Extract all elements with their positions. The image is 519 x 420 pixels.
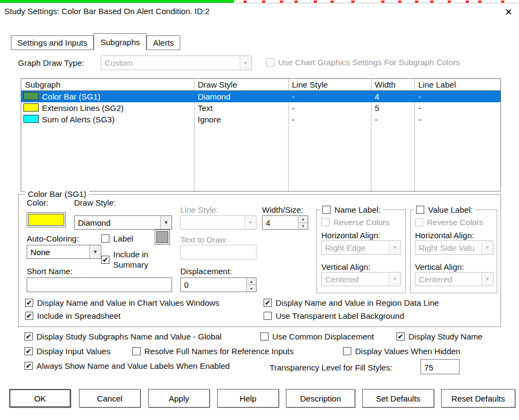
transparency-level-label: Transparency Level for Fill Styles: bbox=[270, 363, 392, 372]
always-show-labels-checkbox[interactable]: ✔ Always Show Name and Value Labels When… bbox=[25, 361, 230, 370]
group-title: Color Bar (SG1) bbox=[25, 189, 89, 199]
checkbox-box bbox=[264, 312, 272, 320]
display-chart-values-checkbox[interactable]: ✔ Display Name and Value in Chart Values… bbox=[25, 298, 219, 307]
line-style-value bbox=[181, 216, 245, 229]
vertical-align-label: Vertical Align: bbox=[321, 262, 370, 271]
value-horizontal-align-select: Right Side Valu ▼ bbox=[415, 240, 493, 255]
chevron-down-icon: ▼ bbox=[248, 220, 253, 225]
label-color-picker-button[interactable] bbox=[155, 230, 170, 245]
display-input-values-checkbox[interactable]: ✔ Display Input Values bbox=[25, 347, 111, 356]
vertical-align-label: Vertical Align: bbox=[415, 262, 464, 271]
table-row[interactable]: Sum of Alerts (SG3) Ignore - - - bbox=[21, 114, 500, 125]
chevron-down-icon: ▼ bbox=[393, 245, 398, 250]
display-study-name-checkbox[interactable]: ✔ Display Study Name bbox=[396, 332, 483, 341]
width-size-stepper[interactable]: 4 ▲ ▼ bbox=[262, 215, 308, 230]
checkbox-label: Reverse Colors bbox=[427, 218, 483, 227]
subgraphs-global-checkbox[interactable]: ✔ Display Study Subgraphs Name and Value… bbox=[25, 332, 222, 341]
tab-alerts[interactable]: Alerts bbox=[146, 35, 180, 50]
value-label-checkbox[interactable]: Value Label: bbox=[414, 205, 475, 214]
chevron-down-icon: ▼ bbox=[93, 249, 98, 255]
apply-button[interactable]: Apply bbox=[148, 389, 210, 407]
checkbox-label: Include in Summary bbox=[113, 249, 161, 270]
checkbox-label: Display Name and Value in Chart Values W… bbox=[37, 298, 219, 307]
cell-name: Extension Lines (SG2) bbox=[42, 103, 124, 113]
arrow-up-icon: ▲ bbox=[249, 280, 253, 283]
checkbox-label: Resolve Full Names for Reference Inputs bbox=[144, 347, 294, 356]
auto-coloring-label: Auto-Coloring: bbox=[27, 234, 79, 243]
label-checkbox[interactable]: Label bbox=[101, 234, 133, 243]
dropdown-button[interactable]: ▼ bbox=[89, 245, 101, 258]
checkbox-label: Use Transparent Label Background bbox=[276, 311, 404, 320]
column-header-line-label: Line Label bbox=[418, 80, 456, 89]
transparent-background-checkbox[interactable]: Use Transparent Label Background bbox=[264, 311, 404, 320]
checkbox-box: ✔ bbox=[25, 347, 33, 355]
horizontal-align-label: Horizontal Align: bbox=[321, 231, 380, 240]
column-header-width: Width bbox=[375, 80, 395, 89]
column-header-draw-style: Draw Style bbox=[198, 80, 237, 89]
help-button[interactable]: Help bbox=[217, 389, 279, 407]
column-header-line-style: Line Style bbox=[292, 80, 328, 89]
dropdown-button: ▼ bbox=[245, 216, 256, 229]
auto-coloring-value: None bbox=[27, 245, 89, 258]
close-button[interactable]: ✕ bbox=[505, 7, 512, 18]
displacement-value: 0 bbox=[181, 278, 246, 292]
table-row[interactable]: Color Bar (SG1) Diamond - 4 - bbox=[21, 91, 500, 102]
short-name-input[interactable] bbox=[27, 277, 172, 292]
tab-subgraphs[interactable]: Subgraphs bbox=[94, 33, 146, 50]
spin-up-button[interactable]: ▲ bbox=[247, 278, 256, 285]
dropdown-button: ▼ bbox=[481, 241, 493, 254]
include-spreadsheet-checkbox[interactable]: ✔ Include in Spreadsheet bbox=[25, 311, 120, 320]
chevron-down-icon: ▼ bbox=[243, 60, 248, 66]
arrow-up-icon: ▲ bbox=[301, 217, 305, 221]
transparency-level-input[interactable] bbox=[420, 359, 460, 374]
name-reverse-colors-checkbox: Reverse Colors bbox=[321, 218, 389, 227]
auto-coloring-select[interactable]: None ▼ bbox=[27, 245, 101, 259]
display-values-hidden-checkbox[interactable]: Display Values When Hidden bbox=[343, 347, 460, 356]
spin-up-button[interactable]: ▲ bbox=[298, 216, 308, 223]
displacement-stepper[interactable]: 0 ▲ ▼ bbox=[180, 277, 257, 292]
checkbox-label: Use Chart Graphics Settings For Subgraph… bbox=[278, 58, 460, 67]
line-style-label: Line Style: bbox=[180, 205, 218, 214]
spin-down-button[interactable]: ▼ bbox=[298, 223, 308, 230]
draw-style-select[interactable]: Diamond ▼ bbox=[74, 215, 172, 230]
resolve-full-names-checkbox[interactable]: Resolve Full Names for Reference Inputs bbox=[132, 347, 294, 356]
checkbox-box: ✔ bbox=[101, 256, 109, 264]
checkbox-box: ✔ bbox=[25, 312, 33, 320]
include-in-summary-checkbox[interactable]: ✔ Include in Summary bbox=[101, 249, 161, 270]
table-row[interactable]: Extension Lines (SG2) Text - 5 - bbox=[21, 102, 500, 114]
horizontal-align-label: Horizontal Align: bbox=[415, 231, 474, 240]
checkbox-box bbox=[266, 58, 274, 66]
color-picker-button[interactable] bbox=[27, 212, 66, 227]
checkbox-label: Value Label: bbox=[428, 205, 473, 214]
reset-defaults-button[interactable]: Reset Defaults bbox=[441, 389, 515, 407]
set-defaults-button[interactable]: Set Defaults bbox=[362, 389, 434, 407]
checkmark-icon: ✔ bbox=[398, 332, 404, 341]
short-name-label: Short Name: bbox=[27, 267, 72, 276]
dropdown-button[interactable]: ▼ bbox=[160, 216, 172, 229]
checkbox-label: Display Study Subgraphs Name and Value -… bbox=[36, 332, 222, 341]
chevron-down-icon: ▼ bbox=[164, 220, 169, 225]
dropdown-button: ▼ bbox=[389, 241, 400, 254]
tab-settings-and-inputs[interactable]: Settings and Inputs bbox=[11, 35, 94, 50]
description-button[interactable]: Description bbox=[286, 389, 355, 407]
ok-button[interactable]: OK bbox=[9, 389, 71, 407]
subgraph-settings-group: Color Bar (SG1) Color: Draw Style: Line … bbox=[18, 194, 501, 327]
label-color-fill bbox=[156, 231, 168, 243]
cell-draw-style: Ignore bbox=[198, 115, 221, 124]
name-label-checkbox[interactable]: Name Label: bbox=[320, 205, 383, 214]
subgraph-color-swatch bbox=[23, 103, 39, 112]
graph-draw-type-select: Custom ▼ bbox=[101, 55, 252, 70]
common-displacement-checkbox[interactable]: Use Common Displacement bbox=[260, 332, 374, 341]
spin-down-button[interactable]: ▼ bbox=[247, 285, 256, 292]
horizontal-align-value: Right Edge bbox=[322, 241, 389, 254]
subgraph-color-swatch bbox=[23, 92, 39, 100]
use-chart-graphics-checkbox: Use Chart Graphics Settings For Subgraph… bbox=[266, 58, 460, 67]
checkmark-icon: ✔ bbox=[265, 299, 271, 307]
cell-line-style: - bbox=[292, 103, 295, 113]
display-region-data-checkbox[interactable]: ✔ Display Name and Value in Region Data … bbox=[264, 298, 439, 307]
line-style-select: ▼ bbox=[180, 215, 257, 230]
checkbox-box bbox=[415, 218, 423, 226]
checkbox-label: Display Name and Value in Region Data Li… bbox=[276, 298, 439, 307]
checkbox-label: Name Label: bbox=[334, 205, 381, 214]
cancel-button[interactable]: Cancel bbox=[79, 389, 141, 407]
